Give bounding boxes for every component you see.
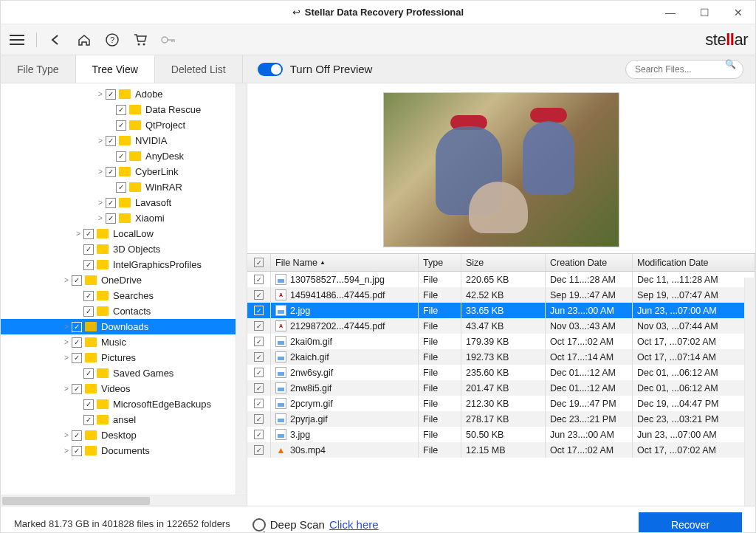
table-row[interactable]: 2kai0m.gifFile179.39 KBOct 17...:02 AMOc… bbox=[247, 334, 755, 349]
tree-item[interactable]: >Xiaomi bbox=[1, 210, 247, 226]
tree-checkbox[interactable] bbox=[106, 89, 116, 100]
table-row[interactable]: A145941486...47445.pdfFile42.52 KBSep 19… bbox=[247, 287, 755, 303]
tree-vscroll[interactable] bbox=[236, 83, 247, 495]
row-checkbox[interactable] bbox=[254, 337, 264, 346]
tree-checkbox[interactable] bbox=[83, 229, 94, 239]
tree-checkbox[interactable] bbox=[116, 105, 126, 115]
row-checkbox[interactable] bbox=[254, 430, 264, 439]
tree-checkbox[interactable] bbox=[72, 322, 82, 332]
table-row[interactable]: 2nw6sy.gifFile235.60 KBDec 01...:12 AMDe… bbox=[247, 365, 755, 380]
header-checkbox[interactable] bbox=[254, 258, 264, 267]
row-checkbox[interactable] bbox=[254, 368, 264, 377]
header-creation-date[interactable]: Creation Date bbox=[546, 254, 633, 271]
tree-checkbox[interactable] bbox=[83, 368, 94, 379]
tree-item[interactable]: MicrosoftEdgeBackups bbox=[1, 396, 247, 412]
tree-checkbox[interactable] bbox=[116, 182, 126, 193]
tree-checkbox[interactable] bbox=[72, 430, 82, 441]
tree-item[interactable]: >Music bbox=[1, 334, 247, 350]
tree-item[interactable]: Saved Games bbox=[1, 365, 247, 381]
tree-checkbox[interactable] bbox=[72, 446, 82, 456]
tree-item[interactable]: AnyDesk bbox=[1, 148, 247, 164]
preview-toggle[interactable] bbox=[258, 63, 283, 76]
tree-checkbox[interactable] bbox=[72, 275, 82, 286]
chevron-icon[interactable]: > bbox=[61, 323, 72, 331]
tree-item[interactable]: >Documents bbox=[1, 443, 247, 458]
tree-checkbox[interactable] bbox=[83, 291, 94, 301]
chevron-icon[interactable]: > bbox=[61, 338, 72, 346]
tree-checkbox[interactable] bbox=[83, 260, 94, 270]
tree-checkbox[interactable] bbox=[83, 306, 94, 317]
chevron-icon[interactable]: > bbox=[95, 137, 106, 145]
deep-scan-link[interactable]: Click here bbox=[329, 518, 379, 531]
tree-item[interactable]: >OneDrive bbox=[1, 272, 247, 288]
tree-item[interactable]: QtProject bbox=[1, 117, 247, 133]
tree-checkbox[interactable] bbox=[116, 151, 126, 162]
tree-item[interactable]: >LocalLow bbox=[1, 226, 247, 241]
tree-checkbox[interactable] bbox=[116, 120, 126, 131]
help-icon[interactable]: ? bbox=[103, 31, 121, 49]
chevron-icon[interactable]: > bbox=[61, 354, 72, 362]
row-checkbox[interactable] bbox=[254, 321, 264, 331]
search-icon[interactable]: 🔍 bbox=[725, 59, 736, 69]
cart-icon[interactable] bbox=[131, 31, 149, 49]
tab-tree-view[interactable]: Tree View bbox=[76, 55, 155, 83]
tree-item[interactable]: >Adobe bbox=[1, 86, 247, 102]
chevron-icon[interactable]: > bbox=[95, 199, 106, 207]
tree-item[interactable]: >Pictures bbox=[1, 350, 247, 365]
tree-checkbox[interactable] bbox=[83, 399, 94, 410]
tree-item[interactable]: >Videos bbox=[1, 381, 247, 396]
tree-checkbox[interactable] bbox=[72, 384, 82, 394]
tree-item[interactable]: 3D Objects bbox=[1, 241, 247, 257]
tree-item[interactable]: >Downloads bbox=[1, 319, 247, 334]
tree-item[interactable]: >Desktop bbox=[1, 427, 247, 443]
tree-checkbox[interactable] bbox=[83, 415, 94, 425]
row-checkbox[interactable] bbox=[254, 290, 264, 300]
table-row[interactable]: 3.jpgFile50.50 KBJun 23...:00 AMJun 23, … bbox=[247, 427, 755, 442]
table-row[interactable]: 2.jpgFile33.65 KBJun 23...:00 AMJun 23, … bbox=[247, 303, 755, 318]
row-checkbox[interactable] bbox=[254, 383, 264, 393]
chevron-icon[interactable]: > bbox=[95, 90, 106, 98]
table-row[interactable]: A212987202...47445.pdfFile43.47 KBNov 03… bbox=[247, 318, 755, 334]
chevron-icon[interactable]: > bbox=[95, 168, 106, 176]
tree-item[interactable]: IntelGraphicsProfiles bbox=[1, 257, 247, 272]
tab-file-type[interactable]: File Type bbox=[1, 55, 76, 83]
tree-item[interactable]: >NVIDIA bbox=[1, 133, 247, 148]
chevron-icon[interactable]: > bbox=[61, 276, 72, 284]
chevron-icon[interactable]: > bbox=[61, 447, 72, 455]
tree-checkbox[interactable] bbox=[72, 353, 82, 363]
header-modification-date[interactable]: Modification Date bbox=[633, 254, 755, 271]
tree-item[interactable]: WinRAR bbox=[1, 179, 247, 195]
maximize-button[interactable]: ☐ bbox=[687, 1, 721, 24]
tree-checkbox[interactable] bbox=[106, 213, 116, 224]
recover-button[interactable]: Recover bbox=[639, 512, 742, 534]
table-row[interactable]: ▲30s.mp4File12.15 MBOct 17...:02 AMOct 1… bbox=[247, 442, 755, 458]
chevron-icon[interactable]: > bbox=[95, 214, 106, 222]
tree-checkbox[interactable] bbox=[106, 136, 116, 146]
chevron-icon[interactable]: > bbox=[73, 230, 83, 238]
header-type[interactable]: Type bbox=[419, 254, 461, 271]
row-checkbox[interactable] bbox=[254, 306, 264, 315]
file-vscroll[interactable] bbox=[744, 278, 755, 506]
back-icon[interactable] bbox=[47, 31, 65, 49]
tree-item[interactable]: ansel bbox=[1, 412, 247, 427]
minimize-button[interactable]: — bbox=[653, 1, 687, 24]
home-icon[interactable] bbox=[75, 31, 93, 49]
row-checkbox[interactable] bbox=[254, 414, 264, 424]
tree-item[interactable]: >Lavasoft bbox=[1, 195, 247, 210]
table-row[interactable]: 2pyrja.gifFile278.17 KBDec 23...:21 PMDe… bbox=[247, 411, 755, 427]
table-row[interactable]: 2nw8i5.gifFile201.47 KBDec 01...:12 AMDe… bbox=[247, 380, 755, 396]
table-row[interactable]: 130758527...594_n.jpgFile220.65 KBDec 11… bbox=[247, 272, 755, 287]
row-checkbox[interactable] bbox=[254, 275, 264, 284]
tree-checkbox[interactable] bbox=[72, 337, 82, 348]
tree-hscroll[interactable] bbox=[1, 495, 247, 506]
tab-deleted-list[interactable]: Deleted List bbox=[155, 55, 243, 83]
tree-checkbox[interactable] bbox=[83, 244, 94, 255]
table-row[interactable]: 2kaich.gifFile192.73 KBOct 17...:14 AMOc… bbox=[247, 349, 755, 365]
tree-checkbox[interactable] bbox=[106, 198, 116, 208]
chevron-icon[interactable]: > bbox=[61, 385, 72, 393]
tree-checkbox[interactable] bbox=[106, 167, 116, 177]
close-button[interactable]: ✕ bbox=[721, 1, 755, 24]
menu-icon[interactable] bbox=[8, 31, 26, 49]
chevron-icon[interactable]: > bbox=[61, 431, 72, 439]
key-icon[interactable] bbox=[159, 31, 177, 49]
